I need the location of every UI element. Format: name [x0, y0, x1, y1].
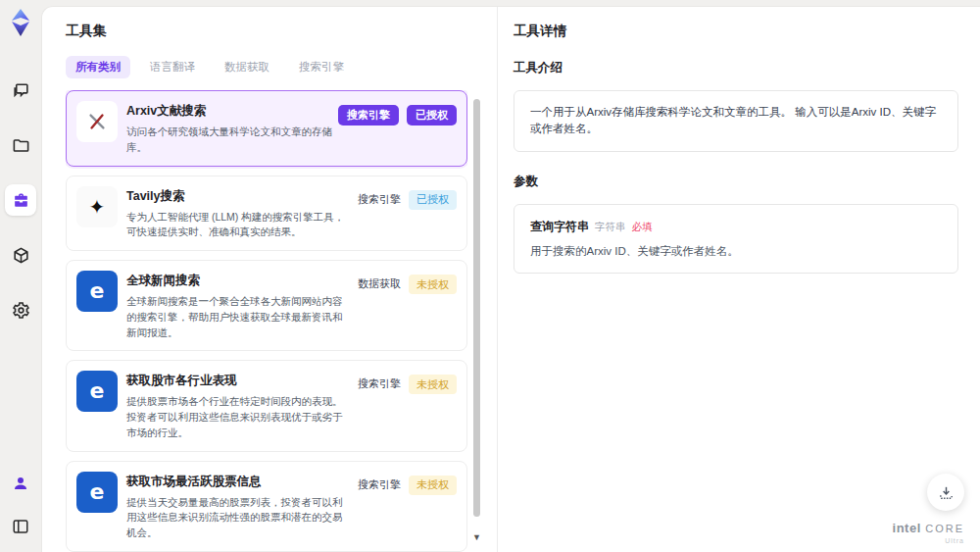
detail-title: 工具详情 [514, 23, 958, 40]
folder-icon[interactable] [5, 129, 36, 161]
params-heading: 参数 [514, 174, 958, 190]
collapse-panel-icon[interactable] [5, 511, 36, 542]
cube-icon[interactable] [5, 239, 36, 271]
tool-name: Tavily搜索 [126, 188, 352, 205]
tool-auth-badge: 未授权 [409, 476, 457, 495]
toolbox-icon[interactable] [5, 184, 36, 216]
param-name: 查询字符串 [530, 220, 589, 233]
tab-1[interactable]: 语言翻译 [140, 56, 205, 78]
tool-list-item[interactable]: e 获取市场最活跃股票信息 提供当天交易量最高的股票列表，投资者可以利用这些信息… [66, 461, 467, 552]
param-type: 字符串 [595, 221, 626, 232]
tool-description: 提供股票市场各个行业在特定时间段内的表现。投资者可以利用这些信息来识别表现优于或… [126, 394, 352, 440]
intro-heading: 工具介绍 [514, 60, 958, 76]
param-description: 用于搜索的Arxiv ID、关键字或作者姓名。 [530, 243, 942, 260]
main-card: 工具集 所有类别语言翻译数据获取搜索引擎 Arxiv文献搜索 访问各个研究领域大… [41, 6, 980, 552]
watermark-core: core [925, 523, 964, 534]
tab-3[interactable]: 搜索引擎 [289, 56, 354, 78]
tool-category-badge: 搜索引擎 [338, 105, 399, 125]
chat-icon[interactable] [5, 75, 36, 106]
param-required-badge: 必填 [632, 221, 653, 232]
tool-list-item[interactable]: e 全球新闻搜索 全球新闻搜索是一个聚合全球各大新闻网站内容的搜索引擎，帮助用户… [66, 260, 467, 351]
tool-name: 全球新闻搜索 [126, 273, 352, 289]
tool-list-panel: 工具集 所有类别语言翻译数据获取搜索引擎 Arxiv文献搜索 访问各个研究领域大… [42, 7, 498, 552]
list-scrollbar[interactable]: ▼ [473, 91, 480, 527]
tool-auth-badge: 未授权 [409, 275, 457, 294]
tool-list-item[interactable]: ✦ Tavily搜索 专为人工智能代理 (LLM) 构建的搜索引擎工具，可快速提… [66, 176, 467, 252]
param-row: 查询字符串字符串必填用于搜索的Arxiv ID、关键字或作者姓名。 [530, 218, 942, 261]
tool-description: 提供当天交易量最高的股票列表，投资者可以利用这些信息来识别流动性强的股票和潜在的… [126, 495, 352, 541]
tool-category-badge: 搜索引擎 [358, 476, 401, 494]
watermark-intel: intel [893, 521, 921, 535]
tool-list-item[interactable]: Arxiv文献搜索 访问各个研究领域大量科学论文和文章的存储库。 搜索引擎 已授… [66, 90, 467, 167]
scrollbar-down-arrow[interactable]: ▼ [472, 532, 481, 542]
tool-auth-badge: 已授权 [407, 105, 457, 125]
download-button[interactable] [927, 474, 964, 511]
intro-text: 一个用于从Arxiv存储库搜索科学论文和文章的工具。 输入可以是Arxiv ID… [530, 106, 936, 134]
user-avatar-icon[interactable] [5, 468, 36, 499]
tool-category-badge: 搜索引擎 [358, 375, 401, 393]
four-point-star-icon: ✦ [76, 186, 118, 227]
tool-list: Arxiv文献搜索 访问各个研究领域大量科学论文和文章的存储库。 搜索引擎 已授… [66, 90, 467, 552]
tool-name: 获取市场最活跃股票信息 [126, 474, 352, 490]
intro-box: 一个用于从Arxiv存储库搜索科学论文和文章的工具。 输入可以是Arxiv ID… [514, 90, 958, 152]
category-tabs: 所有类别语言翻译数据获取搜索引擎 [66, 56, 467, 78]
arxiv-x-icon [76, 101, 118, 142]
tool-auth-badge: 未授权 [409, 375, 457, 394]
page-title: 工具集 [66, 23, 467, 40]
settings-gear-icon[interactable] [5, 294, 36, 326]
tool-description: 访问各个研究领域大量科学论文和文章的存储库。 [126, 125, 332, 156]
tab-2[interactable]: 数据获取 [215, 56, 279, 78]
watermark-ultra: Ultra [893, 537, 964, 544]
tool-name: 获取股市各行业表现 [126, 373, 352, 389]
params-box: 查询字符串字符串必填用于搜索的Arxiv ID、关键字或作者姓名。 [514, 204, 958, 275]
tool-category-badge: 数据获取 [358, 275, 401, 293]
intel-core-watermark: intel core Ultra [893, 520, 964, 544]
tool-category-badge: 搜索引擎 [358, 190, 401, 209]
app-logo [6, 8, 35, 37]
scrollbar-thumb[interactable] [473, 99, 480, 517]
tool-description: 全球新闻搜索是一个聚合全球各大新闻网站内容的搜索引擎，帮助用户快速获取全球最新资… [126, 294, 352, 340]
news-logo-icon: e [76, 371, 118, 412]
tool-description: 专为人工智能代理 (LLM) 构建的搜索引擎工具，可快速提供实时、准确和真实的结… [126, 210, 352, 241]
tool-detail-panel: 工具详情 工具介绍 一个用于从Arxiv存储库搜索科学论文和文章的工具。 输入可… [498, 7, 980, 552]
news-logo-icon: e [76, 271, 118, 312]
download-icon [938, 484, 955, 501]
tool-name: Arxiv文献搜索 [126, 103, 332, 120]
tab-0[interactable]: 所有类别 [66, 56, 130, 78]
left-rail [0, 0, 41, 552]
tool-auth-badge: 已授权 [409, 190, 457, 210]
tool-list-item[interactable]: e 获取股市各行业表现 提供股票市场各个行业在特定时间段内的表现。投资者可以利用… [66, 360, 467, 451]
news-logo-icon: e [76, 472, 118, 513]
